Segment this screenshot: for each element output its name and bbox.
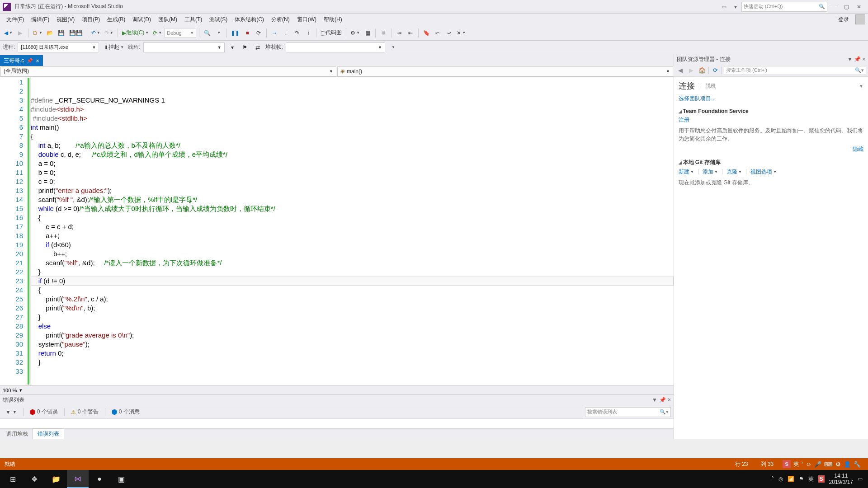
git-view-options-link[interactable]: 视图选项▼ <box>750 168 777 176</box>
panel-dropdown-icon[interactable]: ▼ <box>652 397 657 403</box>
continue-button[interactable]: ▶ 继续(C)▼ <box>121 28 151 38</box>
select-projects-link[interactable]: 选择团队项目... <box>679 95 716 102</box>
zoom-combo[interactable]: 100 % ▼ <box>0 385 674 394</box>
step-over-button[interactable]: ↷ <box>292 28 302 38</box>
git-new-link[interactable]: 新建▼ <box>679 168 694 176</box>
step-next-stmt-button[interactable]: → <box>269 28 279 38</box>
menu-file[interactable]: 文件(F) <box>3 14 28 25</box>
panel-close-icon[interactable]: × <box>862 56 865 62</box>
menu-analyze[interactable]: 分析(N) <box>268 14 293 25</box>
panel-pin-icon[interactable]: 📌 <box>854 56 861 62</box>
forward-icon[interactable]: ▶ <box>687 66 696 75</box>
notifications-icon[interactable]: ▭ <box>719 2 729 12</box>
sign-in-link[interactable]: 登录 <box>835 14 853 25</box>
close-tab-icon[interactable]: × <box>36 57 39 64</box>
minimize-button[interactable]: — <box>827 2 840 12</box>
restart-button[interactable]: ⟳ <box>254 28 264 38</box>
avatar-icon[interactable] <box>855 14 865 24</box>
tray-sogou-icon[interactable]: S <box>818 475 825 483</box>
messages-filter[interactable]: 0 个消息 <box>109 407 142 417</box>
tab-errorlist[interactable]: 错误列表 <box>33 428 64 439</box>
indent-button[interactable]: ⇥ <box>394 28 404 38</box>
tray-ime-icon[interactable]: 英 <box>808 475 814 483</box>
bookmark-button[interactable]: 🔖 <box>421 28 431 38</box>
menu-test[interactable]: 测试(S) <box>206 14 231 25</box>
menu-project[interactable]: 项目(P) <box>78 14 104 25</box>
thread-toggle-button[interactable]: ⇄ <box>253 42 263 53</box>
error-list-grid[interactable] <box>0 418 674 428</box>
menu-team[interactable]: 团队(M) <box>155 14 181 25</box>
menu-architecture[interactable]: 体系结构(C) <box>231 14 268 25</box>
menu-help[interactable]: 帮助(H) <box>320 14 346 25</box>
tool-button-a[interactable]: ⚙▼ <box>349 28 361 38</box>
stackframe-combo[interactable]: ▼ <box>286 42 385 52</box>
task-app-1[interactable]: ❖ <box>24 470 45 488</box>
dropdown-button[interactable]: ▼ <box>213 28 223 38</box>
errors-filter[interactable]: 0 个错误 <box>27 407 61 417</box>
code-content[interactable]: #define _CRT_SECURE_NO_WARNINGS 1 #inclu… <box>31 77 674 385</box>
comment-button[interactable]: ≡ <box>378 28 388 38</box>
chevron-down-icon[interactable]: ▼ <box>859 84 863 89</box>
tray-flag-icon[interactable]: ⚑ <box>799 476 804 482</box>
new-project-button[interactable]: 🗋▼ <box>31 28 44 38</box>
scope-combo[interactable]: (全局范围)▼ <box>0 66 336 76</box>
next-bookmark-button[interactable]: ⤻ <box>444 28 454 38</box>
hide-link[interactable]: 隐藏 <box>853 145 863 153</box>
menu-tools[interactable]: 工具(T) <box>181 14 206 25</box>
panel-dropdown-icon[interactable]: ▼ <box>847 56 853 62</box>
find-in-files-button[interactable]: 🔍 <box>202 28 212 38</box>
git-section-head[interactable]: 本地 Git 存储库 <box>679 159 863 166</box>
redo-button[interactable]: ↷▼ <box>103 28 115 38</box>
ime-indicator[interactable]: S 英 ' ☺ 🎤 ⌨ ⚙ 👤 🔧 <box>780 460 863 468</box>
save-button[interactable]: 💾 <box>57 28 66 38</box>
home-icon[interactable]: 🏠 <box>698 66 707 75</box>
menu-view[interactable]: 视图(V) <box>53 14 78 25</box>
prev-bookmark-button[interactable]: ⤺ <box>433 28 443 38</box>
feedback-icon[interactable]: ▾ <box>731 2 741 12</box>
register-link[interactable]: 注册 <box>679 117 689 123</box>
warnings-filter[interactable]: ⚠0 个警告 <box>68 407 101 417</box>
outdent-button[interactable]: ⇤ <box>406 28 415 38</box>
menu-debug[interactable]: 调试(D) <box>129 14 155 25</box>
task-vs[interactable]: ⋈ <box>67 470 89 488</box>
open-file-button[interactable]: 📂 <box>45 28 55 38</box>
suspend-button[interactable]: ⏸ 挂起▼ <box>102 42 125 53</box>
maximize-button[interactable]: ▢ <box>840 2 853 12</box>
menu-edit[interactable]: 编辑(E) <box>28 14 53 25</box>
panel-pin-icon[interactable]: 📌 <box>659 397 666 403</box>
thread-filter-button[interactable]: ⚑ <box>240 42 250 53</box>
filter-dropdown[interactable]: ▼ ▼ <box>3 408 19 416</box>
tab-callstack[interactable]: 调用堆栈 <box>2 429 33 439</box>
tfs-section-head[interactable]: Team Foundation Service <box>679 108 863 114</box>
file-tab[interactable]: 三哥哥.c 📌 × <box>0 55 43 66</box>
search-workitems-input[interactable]: 搜索工作项 (Ctrl+') 🔍▾ <box>724 66 866 75</box>
menu-build[interactable]: 生成(B) <box>104 14 129 25</box>
step-into-button[interactable]: ↓ <box>281 28 291 38</box>
thread-combo[interactable]: ▼ <box>143 42 225 52</box>
tray-chevron-icon[interactable]: ˄ <box>771 476 774 482</box>
close-button[interactable]: ✕ <box>853 2 865 12</box>
back-icon[interactable]: ◀ <box>676 66 685 75</box>
nav-fwd-button[interactable]: ▶ <box>15 28 25 38</box>
toolbar-overflow-button[interactable]: ▼ <box>388 42 398 53</box>
stop-button[interactable]: ■ <box>242 28 252 38</box>
code-map-button[interactable]: ⬚ 代码图 <box>319 28 343 38</box>
process-combo[interactable]: [11680] 日常练习.exe▼ <box>18 42 99 52</box>
thread-flag-button[interactable]: ▾ <box>227 42 237 53</box>
refresh-icon[interactable]: ⟳ <box>711 66 720 75</box>
menu-window[interactable]: 窗口(W) <box>293 14 320 25</box>
tray-notifications-icon[interactable]: ▭ <box>858 476 863 482</box>
git-add-link[interactable]: 添加▼ <box>703 168 718 176</box>
task-explorer[interactable]: 📁 <box>45 470 67 488</box>
start-button[interactable]: ⊞ <box>2 470 24 488</box>
nav-back-button[interactable]: ◀▼ <box>3 28 14 38</box>
undo-button[interactable]: ↶▼ <box>90 28 102 38</box>
tray-clock[interactable]: 14:11 2019/3/17 <box>829 473 853 486</box>
clear-bookmarks-button[interactable]: ✕▼ <box>455 28 467 38</box>
git-clone-link[interactable]: 克隆▼ <box>726 168 742 176</box>
quick-launch-input[interactable]: 快速启动 (Ctrl+Q) 🔍 <box>741 2 827 12</box>
pin-icon[interactable]: 📌 <box>27 58 33 64</box>
config-combo[interactable]: Debug▼ <box>165 28 196 38</box>
restart-debug-button[interactable]: ⟳▼ <box>151 28 163 38</box>
task-chrome[interactable]: ● <box>89 470 110 488</box>
